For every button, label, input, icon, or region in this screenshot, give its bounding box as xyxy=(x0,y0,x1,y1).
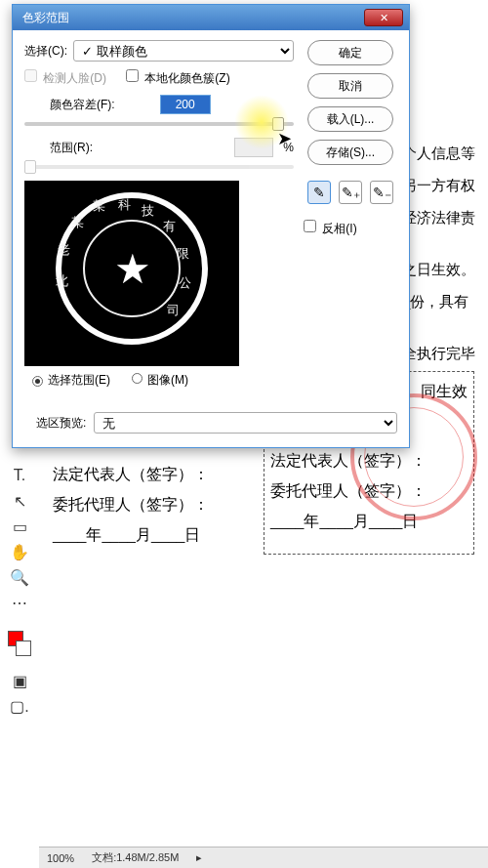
document-text-fragments: 个人信息等 另一方有权 经济法律责 之日生效。 _份，具有 全执行完毕 xyxy=(402,137,480,369)
stamp-char: 某 xyxy=(93,197,105,215)
text-frag: 个人信息等 xyxy=(402,137,480,169)
sig-line: 委托代理人（签字）： xyxy=(53,489,250,519)
text-frag: 另一方有权 xyxy=(402,169,480,201)
close-button[interactable]: ✕ xyxy=(364,9,403,26)
screenmode-icon[interactable]: ▢. xyxy=(9,695,30,717)
zoom-tool-icon[interactable]: 🔍 xyxy=(9,566,30,588)
radio-image-label: 图像(M) xyxy=(147,373,188,387)
doc-info: 文档:1.48M/2.85M xyxy=(92,850,179,865)
invert-label: 反相(I) xyxy=(322,222,356,235)
stamp-char: 限 xyxy=(177,245,189,263)
text-frag: 之日生效。 xyxy=(402,253,480,285)
preview-stamp-ring: ★ 科 技 有 限 公 司 某 某 老 北 xyxy=(56,192,208,345)
select-dropdown[interactable]: ✓ 取样颜色 xyxy=(73,40,294,62)
sig-line: 法定代表人（签字）： xyxy=(53,459,250,489)
dialog-titlebar[interactable]: 色彩范围 ✕ xyxy=(13,5,409,30)
detect-faces-label: 检测人脸(D) xyxy=(43,71,106,85)
detect-faces-check: 检测人脸(D) xyxy=(24,69,106,87)
cursor-icon: ➤ xyxy=(277,128,292,149)
localized-clusters-checkbox[interactable] xyxy=(126,69,139,82)
path-select-tool-icon[interactable]: ↖ xyxy=(9,490,30,512)
localized-clusters-check[interactable]: 本地化颜色簇(Z) xyxy=(126,69,230,87)
fuzziness-slider[interactable]: ➤ xyxy=(24,122,294,126)
more-tools-icon[interactable]: ⋯ xyxy=(9,592,30,613)
color-range-dialog: 色彩范围 ✕ 选择(C): ✓ 取样颜色 检测人脸(D) 本地化颜色簇(Z) xyxy=(12,4,410,448)
type-tool-icon[interactable]: T. xyxy=(9,465,30,486)
invert-checkbox[interactable] xyxy=(304,220,316,232)
fuzziness-label: 颜色容差(F): xyxy=(50,97,115,113)
cancel-button[interactable]: 取消 xyxy=(307,73,393,99)
ok-button[interactable]: 确定 xyxy=(307,40,393,65)
text-frag: 经济法律责 xyxy=(402,201,480,233)
text-frag: _份，具有 xyxy=(402,285,480,317)
selection-preview-label: 选区预览: xyxy=(36,415,86,432)
stamp-char: 技 xyxy=(142,202,154,220)
select-label: 选择(C): xyxy=(24,43,67,60)
stamp-char: 某 xyxy=(71,214,84,231)
shape-tool-icon[interactable]: ▭ xyxy=(9,516,30,537)
eyedropper-icon[interactable]: ✎ xyxy=(307,181,331,204)
eyedropper-minus-icon[interactable]: ✎₋ xyxy=(370,181,393,204)
status-bar: 100% 文档:1.48M/2.85M ▸ xyxy=(39,847,488,868)
zoom-level[interactable]: 100% xyxy=(47,852,74,864)
radio-selection-label: 选择范围(E) xyxy=(48,373,110,387)
selection-preview[interactable]: ★ 科 技 有 限 公 司 某 某 老 北 xyxy=(24,181,239,366)
stamp-char: 老 xyxy=(58,241,70,259)
dialog-title: 色彩范围 xyxy=(22,10,69,26)
signature-blocks: 法定代表人（签字）： 委托代理人（签字）： ____年____月____日 同生… xyxy=(53,459,474,555)
eyedropper-plus-icon[interactable]: ✎₊ xyxy=(339,181,362,204)
tool-palette: T. ↖ ▭ ✋ 🔍 ⋯ ▣ ▢. xyxy=(0,459,39,717)
close-icon: ✕ xyxy=(380,12,388,24)
stamp-char: 北 xyxy=(56,272,68,290)
stamp-char: 有 xyxy=(163,218,176,235)
fuzziness-input[interactable] xyxy=(160,95,211,114)
range-label: 范围(R): xyxy=(50,140,93,156)
star-icon: ★ xyxy=(114,245,149,293)
hand-tool-icon[interactable]: ✋ xyxy=(9,541,30,562)
range-slider xyxy=(24,165,294,169)
load-button[interactable]: 载入(L)... xyxy=(307,106,393,132)
selection-preview-dropdown[interactable]: 无 xyxy=(94,412,397,434)
quickmask-icon[interactable]: ▣ xyxy=(9,670,30,691)
stamp-char: 科 xyxy=(118,196,131,214)
eyedropper-group: ✎ ✎₊ ✎₋ xyxy=(307,181,393,204)
localized-clusters-label: 本地化颜色簇(Z) xyxy=(144,71,229,85)
radio-selection[interactable]: 选择范围(E) xyxy=(32,372,110,389)
save-button[interactable]: 存储(S)... xyxy=(307,140,393,165)
background-swatch[interactable] xyxy=(16,641,31,656)
signature-left: 法定代表人（签字）： 委托代理人（签字）： ____年____月____日 xyxy=(53,459,250,555)
radio-image[interactable]: 图像(M) xyxy=(132,372,188,389)
status-arrow-icon[interactable]: ▸ xyxy=(196,851,202,864)
invert-check[interactable]: 反相(I) xyxy=(304,220,357,237)
stamp-char: 司 xyxy=(167,302,180,319)
stamp-char: 公 xyxy=(179,274,191,292)
sig-line: ____年____月____日 xyxy=(53,519,250,550)
detect-faces-checkbox xyxy=(24,69,37,82)
color-swatches[interactable] xyxy=(8,623,31,656)
text-frag: 全执行完毕 xyxy=(402,337,480,369)
